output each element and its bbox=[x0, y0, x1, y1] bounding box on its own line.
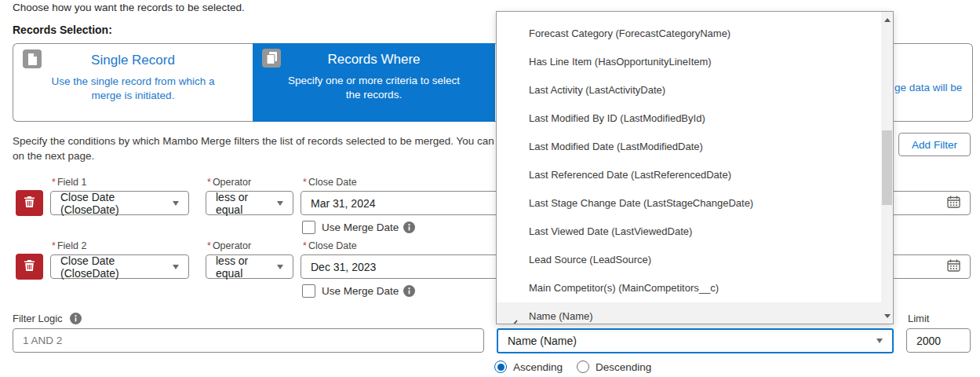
copy-documents-icon bbox=[262, 49, 281, 68]
records-selection-page: Choose how you want the records to be se… bbox=[0, 0, 980, 377]
info-icon[interactable] bbox=[403, 221, 415, 233]
delete-filter-1-button[interactable] bbox=[16, 190, 43, 216]
card-third-text: ge data will be bbox=[894, 82, 962, 93]
close-date-1-label: *Close Date bbox=[303, 177, 357, 188]
required-marker: * bbox=[303, 240, 307, 251]
dropdown-option[interactable]: Last Modified By ID (LastModifiedById) bbox=[497, 104, 881, 133]
chevron-down-icon bbox=[277, 265, 283, 269]
dropdown-option[interactable]: Last Stage Change Date (LastStageChangeD… bbox=[497, 189, 881, 218]
ascending-label: Ascending bbox=[513, 361, 563, 373]
field-2-label: *Field 2 bbox=[52, 240, 86, 251]
operator-2-label: *Operator bbox=[207, 240, 251, 251]
order-by-select-value: Name (Name) bbox=[508, 335, 577, 347]
order-by-select[interactable]: Name (Name) bbox=[497, 328, 894, 353]
field-1-select[interactable]: Close Date (CloseDate) bbox=[50, 191, 189, 215]
limit-value: 2000 bbox=[916, 335, 941, 347]
delete-filter-2-button[interactable] bbox=[16, 254, 43, 280]
use-merge-date-2-checkbox[interactable] bbox=[302, 284, 315, 298]
operator-1-label: *Operator bbox=[207, 177, 251, 188]
operator-1-select[interactable]: less or equal bbox=[206, 191, 293, 215]
field-2-select[interactable]: Close Date (CloseDate) bbox=[50, 254, 189, 279]
descending-radio[interactable] bbox=[577, 361, 589, 373]
card-single-record-description: Use the single record from which a merge… bbox=[40, 75, 227, 102]
conditions-text-line1: Specify the conditions by which Mambo Me… bbox=[13, 134, 496, 148]
dropdown-option[interactable]: Lead Source (LeadSource) bbox=[497, 246, 881, 274]
limit-label: Limit bbox=[908, 313, 929, 324]
conditions-text: Specify the conditions by which Mambo Me… bbox=[13, 134, 496, 163]
close-date-2-label: *Close Date bbox=[303, 240, 357, 251]
check-icon bbox=[507, 312, 518, 324]
dropdown-option[interactable]: Forecast Category (ForecastCategoryName) bbox=[497, 20, 881, 48]
card-records-where-title: Records Where bbox=[253, 52, 495, 68]
single-document-icon bbox=[23, 49, 42, 68]
chevron-down-icon bbox=[173, 201, 179, 206]
descending-label: Descending bbox=[596, 361, 651, 373]
use-merge-date-2-label: Use Merge Date bbox=[322, 285, 399, 297]
calendar-icon[interactable] bbox=[947, 259, 960, 274]
use-merge-date-1-checkbox[interactable] bbox=[302, 221, 315, 234]
operator-1-select-value: less or equal bbox=[216, 191, 271, 216]
required-marker: * bbox=[303, 177, 307, 188]
scrollbar-thumb[interactable] bbox=[882, 130, 892, 205]
card-records-where-description: Specify one or more criteria to select t… bbox=[279, 74, 468, 101]
filter-logic-value: 1 AND 2 bbox=[23, 335, 62, 346]
dropdown-option[interactable]: Has Line Item (HasOpportunityLineItem) bbox=[497, 48, 881, 76]
dropdown-option[interactable]: Last Referenced Date (LastReferencedDate… bbox=[497, 161, 881, 189]
order-by-dropdown-list: Forecast Category (ForecastCategoryName)… bbox=[496, 11, 894, 324]
info-icon[interactable] bbox=[403, 285, 415, 297]
calendar-icon[interactable] bbox=[947, 196, 960, 210]
required-marker: * bbox=[52, 177, 56, 188]
intro-text: Choose how you want the records to be se… bbox=[13, 2, 245, 13]
filter-logic-input[interactable]: 1 AND 2 bbox=[13, 328, 484, 353]
add-filter-button[interactable]: Add Filter bbox=[898, 133, 971, 156]
ascending-radio[interactable] bbox=[494, 361, 507, 373]
sort-direction-group: Ascending Descending bbox=[494, 361, 651, 373]
info-icon[interactable] bbox=[70, 313, 82, 324]
required-marker: * bbox=[207, 240, 211, 251]
dropdown-option[interactable]: Last Activity (LastActivityDate) bbox=[497, 76, 881, 104]
use-merge-date-1-label: Use Merge Date bbox=[322, 221, 399, 233]
card-records-where[interactable]: Records Where Specify one or more criter… bbox=[253, 43, 495, 122]
field-2-select-value: Close Date (CloseDate) bbox=[60, 254, 166, 280]
scroll-up-icon[interactable] bbox=[881, 13, 893, 26]
card-single-record-title: Single Record bbox=[13, 53, 253, 68]
required-marker: * bbox=[52, 240, 56, 251]
dropdown-option-selected[interactable]: Name (Name) bbox=[497, 302, 881, 324]
trash-icon bbox=[24, 196, 35, 211]
close-date-2-value: Dec 31, 2023 bbox=[311, 261, 376, 273]
chevron-down-icon bbox=[173, 265, 179, 269]
chevron-down-icon bbox=[876, 339, 883, 343]
required-marker: * bbox=[207, 177, 211, 188]
chevron-down-icon bbox=[277, 201, 283, 206]
limit-input[interactable]: 2000 bbox=[906, 328, 971, 353]
card-single-record[interactable]: Single Record Use the single record from… bbox=[13, 43, 253, 122]
dropdown-option[interactable]: Main Competitor(s) (MainCompetitors__c) bbox=[497, 274, 881, 302]
scroll-down-icon[interactable] bbox=[881, 309, 893, 322]
records-selection-label: Records Selection: bbox=[13, 24, 112, 36]
dropdown-scrollbar[interactable] bbox=[881, 12, 893, 324]
filter-logic-label: Filter Logic bbox=[13, 313, 82, 324]
close-date-1-value: Mar 31, 2024 bbox=[311, 197, 376, 210]
dropdown-option[interactable]: Last Viewed Date (LastViewedDate) bbox=[497, 218, 881, 246]
trash-icon bbox=[24, 259, 35, 275]
dropdown-option[interactable]: Last Modified Date (LastModifiedDate) bbox=[497, 133, 881, 161]
operator-2-select-value: less or equal bbox=[216, 254, 271, 280]
conditions-text-line2: on the next page. bbox=[13, 148, 496, 163]
field-1-select-value: Close Date (CloseDate) bbox=[60, 191, 166, 216]
field-1-label: *Field 1 bbox=[52, 177, 86, 188]
operator-2-select[interactable]: less or equal bbox=[206, 254, 293, 279]
